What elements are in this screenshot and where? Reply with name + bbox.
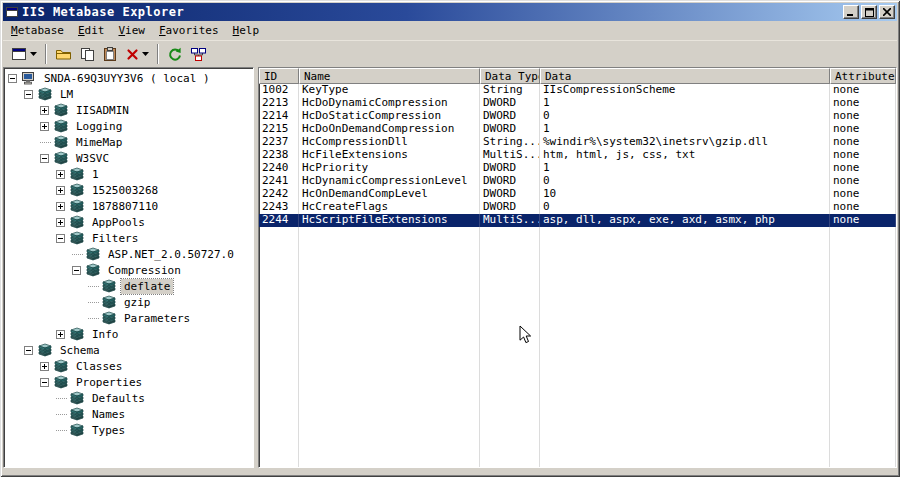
maximize-button[interactable] bbox=[861, 5, 877, 19]
cell-name: HcDoOnDemandCompression bbox=[299, 123, 480, 136]
expand-icon[interactable] bbox=[56, 218, 65, 227]
cell-id: 2215 bbox=[259, 123, 299, 136]
tree-item-parameters[interactable]: Parameters bbox=[4, 310, 253, 326]
tree-item-logging[interactable]: Logging bbox=[4, 118, 253, 134]
tree-item-asp-net-2-0-50727-0[interactable]: ASP.NET_2.0.50727.0 bbox=[4, 246, 253, 262]
expand-icon[interactable] bbox=[56, 330, 65, 339]
tree-item-label: 1 bbox=[89, 167, 102, 182]
open-button[interactable] bbox=[51, 43, 76, 66]
column-header-id[interactable]: ID bbox=[259, 68, 299, 84]
tree-item-names[interactable]: Names bbox=[4, 406, 253, 422]
list-header: IDNameData TypeDataAttributes bbox=[259, 68, 896, 84]
cell-id: 2213 bbox=[259, 97, 299, 110]
table-row-2243[interactable]: 2243HcCreateFlagsDWORD0none bbox=[259, 201, 896, 214]
tree-item-mimemap[interactable]: MimeMap bbox=[4, 134, 253, 150]
tree-item-label: gzip bbox=[121, 295, 154, 310]
tree-connector bbox=[88, 314, 97, 323]
tree-item-properties[interactable]: Properties bbox=[4, 374, 253, 390]
table-row-2240[interactable]: 2240HcPriorityDWORD1none bbox=[259, 162, 896, 175]
node-icon bbox=[85, 247, 102, 261]
collapse-icon[interactable] bbox=[24, 90, 33, 99]
cell-data: 1 bbox=[540, 97, 830, 110]
cell-name: HcScriptFileExtensions bbox=[299, 214, 480, 227]
tree-item-info[interactable]: Info bbox=[4, 326, 253, 342]
menu-metabase[interactable]: Metabase bbox=[4, 22, 71, 39]
table-row-2215[interactable]: 2215HcDoOnDemandCompressionDWORD1none bbox=[259, 123, 896, 136]
collapse-icon[interactable] bbox=[24, 346, 33, 355]
tree-item-snda-69q3uyy3v6-local[interactable]: SNDA-69Q3UYY3V6 ( local ) bbox=[4, 70, 253, 86]
tree-connector bbox=[56, 426, 65, 435]
cell-name: HcPriority bbox=[299, 162, 480, 175]
collapse-icon[interactable] bbox=[8, 74, 17, 83]
tree-item-apppools[interactable]: AppPools bbox=[4, 214, 253, 230]
column-header-data[interactable]: Data bbox=[540, 68, 830, 84]
menu-view[interactable]: View bbox=[111, 22, 152, 39]
table-row-2241[interactable]: 2241HcDynamicCompressionLevelDWORD0none bbox=[259, 175, 896, 188]
main-area: SNDA-69Q3UYY3V6 ( local )LMIISADMINLoggi… bbox=[3, 67, 897, 468]
expand-icon[interactable] bbox=[56, 170, 65, 179]
tree-connector bbox=[72, 250, 81, 259]
paste-button[interactable] bbox=[99, 43, 122, 66]
tree-item-gzip[interactable]: gzip bbox=[4, 294, 253, 310]
refresh-icon bbox=[167, 47, 182, 62]
tree-item-types[interactable]: Types bbox=[4, 422, 253, 438]
tree-item-label: Compression bbox=[105, 263, 184, 278]
column-header-name[interactable]: Name bbox=[299, 68, 480, 84]
column-header-type[interactable]: Data Type bbox=[480, 68, 540, 84]
connect-button[interactable] bbox=[186, 43, 211, 66]
tree-item-label: Classes bbox=[73, 359, 125, 374]
expand-icon[interactable] bbox=[40, 122, 49, 131]
refresh-button[interactable] bbox=[163, 43, 186, 66]
node-icon bbox=[69, 199, 86, 213]
menu-help[interactable]: Help bbox=[226, 22, 267, 39]
table-row-1002[interactable]: 1002KeyTypeStringIIsCompressionSchemenon… bbox=[259, 84, 896, 97]
tree-item-classes[interactable]: Classes bbox=[4, 358, 253, 374]
cell-id: 2244 bbox=[259, 214, 299, 227]
copy-button[interactable] bbox=[76, 43, 99, 66]
tree-item-iisadmin[interactable]: IISADMIN bbox=[4, 102, 253, 118]
menu-favorites[interactable]: Favorites bbox=[152, 22, 226, 39]
tree-item-label: Logging bbox=[73, 119, 125, 134]
table-row-2214[interactable]: 2214HcDoStaticCompressionDWORD0none bbox=[259, 110, 896, 123]
tree-item-schema[interactable]: Schema bbox=[4, 342, 253, 358]
tree-item-1878807110[interactable]: 1878807110 bbox=[4, 198, 253, 214]
column-header-attrs[interactable]: Attributes bbox=[830, 68, 896, 84]
table-row-2213[interactable]: 2213HcDoDynamicCompressionDWORD1none bbox=[259, 97, 896, 110]
window-icon bbox=[11, 47, 27, 61]
node-icon bbox=[69, 167, 86, 181]
cell-name: HcDoStaticCompression bbox=[299, 110, 480, 123]
tree-item-1525003268[interactable]: 1525003268 bbox=[4, 182, 253, 198]
collapse-icon[interactable] bbox=[56, 234, 65, 243]
view-button[interactable] bbox=[7, 43, 41, 66]
collapse-icon[interactable] bbox=[72, 266, 81, 275]
tree-item-deflate[interactable]: deflate bbox=[4, 278, 253, 294]
expand-icon[interactable] bbox=[40, 106, 49, 115]
tree-item-lm[interactable]: LM bbox=[4, 86, 253, 102]
tree-indent bbox=[4, 318, 88, 319]
tree-item-filters[interactable]: Filters bbox=[4, 230, 253, 246]
tree-item-compression[interactable]: Compression bbox=[4, 262, 253, 278]
paste-icon bbox=[103, 47, 118, 62]
tree-item-defaults[interactable]: Defaults bbox=[4, 390, 253, 406]
close-button[interactable] bbox=[879, 5, 895, 19]
tree-indent bbox=[4, 350, 24, 351]
cell-attrs: none bbox=[830, 110, 896, 123]
menubar: MetabaseEditViewFavoritesHelp bbox=[3, 21, 897, 40]
table-row-2238[interactable]: 2238HcFileExtensionsMultiS...htm, html, … bbox=[259, 149, 896, 162]
menu-edit[interactable]: Edit bbox=[71, 22, 112, 39]
node-icon bbox=[69, 215, 86, 229]
expand-icon[interactable] bbox=[40, 362, 49, 371]
tree-item-w3svc[interactable]: W3SVC bbox=[4, 150, 253, 166]
collapse-icon[interactable] bbox=[40, 378, 49, 387]
collapse-icon[interactable] bbox=[40, 154, 49, 163]
table-row-2237[interactable]: 2237HcCompressionDllString...%windir%\sy… bbox=[259, 136, 896, 149]
table-row-2244[interactable]: 2244HcScriptFileExtensionsMultiS...asp, … bbox=[259, 214, 896, 227]
minimize-button[interactable] bbox=[843, 5, 859, 19]
tree-connector bbox=[56, 410, 65, 419]
table-row-2242[interactable]: 2242HcOnDemandCompLevelDWORD10none bbox=[259, 188, 896, 201]
expand-icon[interactable] bbox=[56, 202, 65, 211]
tree-panel: SNDA-69Q3UYY3V6 ( local )LMIISADMINLoggi… bbox=[3, 67, 254, 468]
expand-icon[interactable] bbox=[56, 186, 65, 195]
tree-item-1[interactable]: 1 bbox=[4, 166, 253, 182]
delete-button[interactable] bbox=[122, 43, 153, 66]
